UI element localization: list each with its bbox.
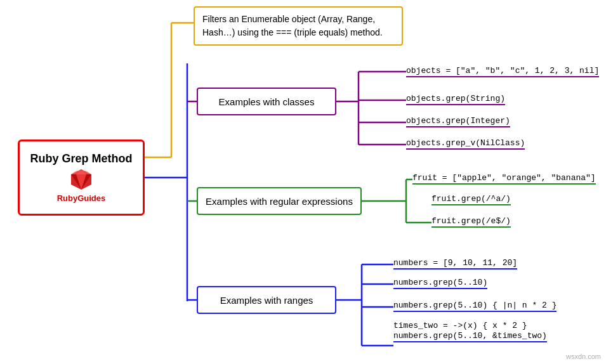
ranges-code2: numbers.grep(5..10) { |n| n * 2 }	[393, 301, 557, 312]
branch-regex-label: Examples with regular expressions	[206, 196, 353, 207]
ranges-code4: numbers.grep(5..10, &times_two)	[393, 331, 547, 342]
gem-icon	[67, 168, 95, 191]
ranges-header-code: numbers = [9, 10, 11, 20]	[393, 258, 517, 270]
desc-box: Filters an Enumerable object (Array, Ran…	[194, 6, 403, 46]
branch-ranges: Examples with ranges	[197, 286, 336, 314]
regex-code1: fruit.grep(/^a/)	[431, 194, 511, 205]
root-node: Ruby Grep Method RubyGuides	[18, 140, 145, 216]
main-container: Ruby Grep Method RubyGuides Filters an E…	[0, 0, 606, 364]
root-title: Ruby Grep Method	[30, 152, 133, 166]
ranges-code1: numbers.grep(5..10)	[393, 278, 487, 289]
branch-regex: Examples with regular expressions	[197, 187, 362, 215]
branch-classes-label: Examples with classes	[219, 96, 315, 107]
branch-classes: Examples with classes	[197, 88, 336, 115]
classes-code2: objects.grep(Integer)	[406, 116, 510, 127]
desc-text: Filters an Enumerable object (Array, Ran…	[202, 14, 383, 37]
svg-marker-28	[71, 171, 91, 174]
classes-code1: objects.grep(String)	[406, 94, 505, 105]
regex-code2: fruit.grep(/e$/)	[431, 216, 511, 228]
classes-code3: objects.grep_v(NilClass)	[406, 138, 525, 150]
branch-ranges-label: Examples with ranges	[220, 295, 313, 306]
classes-header-code: objects = ["a", "b", "c", 1, 2, 3, nil]	[406, 66, 599, 77]
ranges-code3: times_two = ->(x) { x * 2 }	[393, 321, 527, 330]
regex-header-code: fruit = ["apple", "orange", "banana"]	[412, 173, 596, 185]
ruby-guides-label: RubyGuides	[57, 193, 106, 203]
watermark: wsxdn.com	[566, 353, 601, 360]
